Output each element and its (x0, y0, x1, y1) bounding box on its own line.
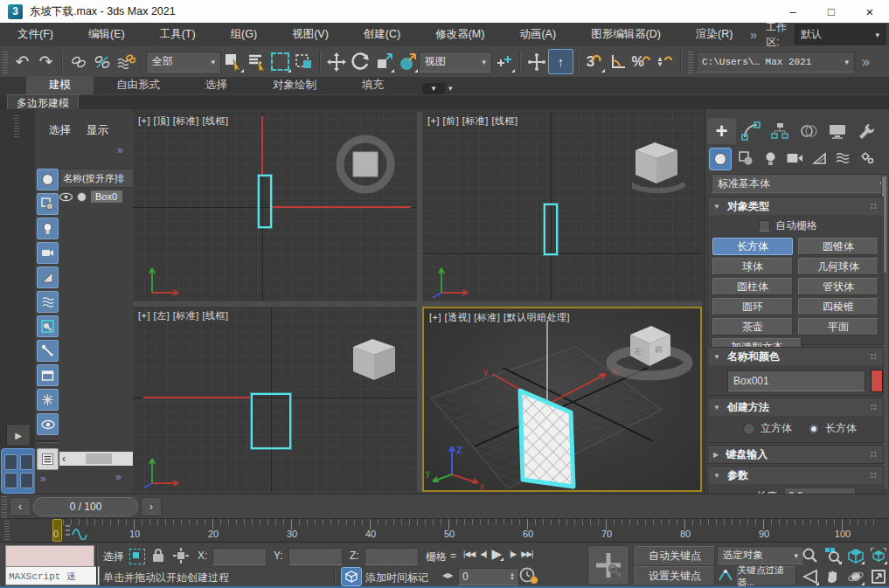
menu-graph-editors[interactable]: 图形编辑器(D) (573, 27, 678, 42)
box001-wireframe[interactable] (544, 204, 558, 255)
cameras-filter-icon[interactable] (37, 242, 59, 264)
viewport-top[interactable]: [+] [顶] [标准] [线框] (133, 112, 417, 301)
rollout-name-color-header[interactable]: ▼ 名称和颜色 ∷ (708, 348, 883, 365)
use-pivot-point-center-button[interactable] (492, 50, 516, 73)
menu-tools[interactable]: 工具(T) (142, 27, 213, 42)
selection-region-icon[interactable] (129, 549, 145, 564)
explorer-overflow-icon[interactable]: » (117, 144, 123, 156)
snap-toggle-3d[interactable]: 3 (582, 50, 606, 73)
ribbon-tab-populate[interactable]: 填充 (339, 76, 406, 94)
object-category-dropdown[interactable]: 标准基本体 ▾ (712, 174, 889, 193)
rollout-creation-header[interactable]: ▼ 创建方法 ∷ (708, 398, 883, 416)
bones-filter-icon[interactable] (37, 340, 59, 362)
pan-hand-icon[interactable] (823, 567, 843, 586)
maximize-button[interactable]: □ (812, 0, 851, 23)
sphere-button[interactable]: 球体 (712, 258, 793, 275)
viewport-perspective[interactable]: [+] [透视] [标准] [默认明暗处理] (422, 307, 702, 492)
layout-flyout-button[interactable]: ▶ (6, 424, 31, 446)
menu-file[interactable]: 文件(F) (0, 27, 71, 42)
cone-button[interactable]: 圆锥体 (798, 238, 879, 255)
workspace-dropdown[interactable]: 默认 ▾ (795, 24, 886, 45)
maxscript-label[interactable]: MAXScript 迷 (5, 566, 100, 585)
ribbon-tab-selection[interactable]: 选择 (183, 76, 250, 94)
time-configuration-icon[interactable] (519, 567, 538, 585)
key-filter-dropdown[interactable]: 选定对象 ▾ (717, 546, 804, 564)
go-to-start-button[interactable]: |◀◀ (463, 550, 475, 558)
rollout-parameters-header[interactable]: ▼ 参数 ∷ (708, 467, 883, 484)
close-button[interactable]: × (851, 0, 889, 23)
next-frame-button[interactable]: |▶ (510, 550, 516, 558)
current-frame-spinner[interactable]: 0 ▲▼ (458, 568, 519, 585)
reference-coordinate-dropdown[interactable]: 视图 ▾ (419, 52, 492, 73)
select-and-move-button[interactable] (324, 50, 348, 73)
add-time-tag-label[interactable]: 添加时间标记 (365, 571, 428, 585)
object-name-input[interactable] (727, 370, 865, 391)
field-of-view-icon[interactable] (801, 567, 820, 586)
box001-wireframe[interactable] (251, 393, 291, 449)
tube-button[interactable]: 管状体 (798, 278, 879, 295)
rollout-object-type-header[interactable]: ▼ 对象类型 ∷ (708, 197, 883, 215)
rectangular-selection-region-button[interactable] (268, 50, 292, 73)
undo-button[interactable]: ↶ (10, 50, 34, 73)
set-key-big-button[interactable] (587, 545, 629, 585)
ribbon-tab-object-paint[interactable]: 对象绘制 (250, 76, 339, 94)
auto-key-button[interactable]: 自动关键点 (635, 546, 715, 566)
space-warps-category-icon[interactable] (833, 148, 854, 169)
key-filters-button[interactable]: 关键点过滤器... (737, 566, 796, 586)
select-and-link-icon[interactable] (66, 50, 90, 73)
lights-category-icon[interactable] (760, 148, 781, 169)
menu-create[interactable]: 创建(C) (346, 27, 418, 42)
viewport-front[interactable]: [+] [前] [标准] [线框] (422, 112, 702, 301)
trackbar-drag-handle[interactable] (4, 520, 10, 543)
viewport-left[interactable]: [+] [左] [标准] [线框] (133, 307, 417, 492)
y-coordinate-field[interactable] (288, 548, 343, 565)
frozen-filter-icon[interactable] (37, 389, 59, 411)
plane-button[interactable]: 平面 (798, 318, 879, 336)
object-color-swatch[interactable] (871, 370, 883, 392)
viewcube[interactable]: 左 前 (611, 326, 688, 376)
object-name-chip[interactable]: Box0 (91, 190, 122, 203)
list-view-icon[interactable] (37, 448, 59, 470)
menu-overflow-icon[interactable]: » (750, 28, 757, 42)
viewport-perspective-label[interactable]: [+] [透视] [标准] [默认明暗处理] (429, 311, 570, 324)
motion-tab[interactable] (794, 118, 823, 144)
systems-category-icon[interactable] (858, 148, 879, 169)
box001-wireframe[interactable] (258, 175, 272, 228)
select-and-manipulate-button[interactable] (524, 50, 548, 73)
project-folder-dropdown[interactable]: C:\Users\… Max 2021 ▾ (696, 52, 855, 73)
hidden-filter-icon[interactable] (37, 413, 59, 435)
maxscript-mini-listener[interactable] (5, 545, 94, 567)
previous-frame-button[interactable]: ◀| (480, 550, 486, 558)
cylinder-button[interactable]: 圆柱体 (712, 278, 793, 295)
box-radio[interactable] (808, 423, 820, 435)
menu-edit[interactable]: 编辑(E) (71, 27, 142, 42)
menu-animation[interactable]: 动画(A) (502, 27, 573, 42)
spinner-snap-toggle[interactable]: ▲▼ (653, 50, 677, 73)
timeline-drag-handle[interactable] (2, 495, 7, 518)
zoom-extents-icon[interactable] (846, 546, 865, 565)
explorer-tab-display[interactable]: 显示 (87, 123, 108, 138)
toolbar-overflow-icon[interactable]: » (862, 54, 870, 70)
window-crossing-toggle[interactable] (292, 50, 316, 73)
menu-views[interactable]: 视图(V) (274, 27, 346, 42)
space-warps-filter-icon[interactable] (37, 291, 59, 313)
default-tangent-icon[interactable] (717, 568, 734, 584)
shapes-filter-icon[interactable] (37, 193, 59, 215)
trackbar-ruler[interactable]: 0102030405060708090100 (52, 519, 874, 543)
pyramid-button[interactable]: 四棱锥 (798, 298, 879, 315)
orbit-icon[interactable] (846, 567, 865, 586)
helpers-filter-icon[interactable] (37, 266, 59, 288)
selection-filter-dropdown[interactable]: 全部 ▾ (146, 52, 221, 73)
z-coordinate-field[interactable] (365, 548, 419, 565)
keyboard-shortcut-override-toggle[interactable]: ↑ (548, 49, 573, 74)
key-mode-toggle[interactable]: ◀▶ (442, 571, 453, 579)
viewcube[interactable] (632, 138, 693, 194)
select-by-name-button[interactable] (245, 50, 268, 73)
cube-radio[interactable] (743, 423, 755, 435)
menu-modifiers[interactable]: 修改器(M) (418, 27, 502, 42)
percent-snap-toggle[interactable]: % (629, 50, 653, 73)
select-and-rotate-button[interactable] (348, 50, 372, 73)
helpers-category-icon[interactable] (809, 148, 830, 169)
scroll-left-icon[interactable]: ‹ (62, 453, 66, 465)
maximize-viewport-toggle[interactable] (869, 567, 888, 586)
